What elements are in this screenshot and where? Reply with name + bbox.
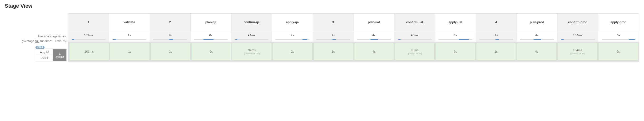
sparkline-apply-qa [275, 39, 309, 40]
sparkline-confirm-qa [235, 39, 268, 40]
stage-paused-note: (paused for 3s) [396, 52, 434, 55]
stage-header-confirm-qa[interactable]: confirm-qa [231, 14, 272, 31]
stage-result-confirm-qa[interactable]: 94ms(paused for 19s) [232, 43, 272, 60]
run-commit-badge[interactable]: 1 commit [53, 49, 66, 61]
stage-result-3[interactable]: 1s [314, 43, 353, 60]
stage-grid: 1validate2plan-qaconfirm-qaapply-qa3plan… [68, 13, 639, 62]
stage-view-container: Average stage times: (Average full run t… [5, 13, 639, 62]
stage-header-apply-prod[interactable]: apply-prod [598, 14, 639, 31]
stage-run-row: 103ms1s1s6s94ms(paused for 19s)2s1s4s95m… [68, 42, 639, 62]
run-number-badge[interactable]: #588 [36, 46, 44, 49]
stage-header-apply-uat[interactable]: apply-uat [435, 14, 476, 31]
stage-result-apply-uat[interactable]: 6s [436, 43, 475, 60]
sparkline-plan-prod [520, 39, 554, 40]
stage-result-confirm-uat[interactable]: 95ms(paused for 3s) [395, 43, 434, 60]
stage-result-1[interactable]: 103ms [69, 43, 109, 60]
stage-result-plan-uat[interactable]: 4s [354, 43, 394, 60]
sparkline-confirm-prod [561, 39, 594, 40]
stage-average-apply-uat: 6s [435, 31, 476, 42]
run-card[interactable]: #588 Aug 26 19:14 1 commit [36, 48, 67, 62]
stage-average-plan-qa: 6s [191, 31, 231, 42]
stage-average-plan-prod: 4s [517, 31, 557, 42]
full-label-underlined: full [35, 39, 39, 43]
stage-average-2: 1s [150, 31, 191, 42]
stage-average-confirm-qa: 94ms [231, 31, 272, 42]
stage-average-plan-uat: 4s [354, 31, 394, 42]
stage-average-validate: 1s [109, 31, 150, 42]
stage-paused-note: (paused for 3s) [559, 52, 596, 55]
full-label-suffix: run time: ~1min 7s) [39, 39, 67, 43]
sparkline-plan-uat [357, 39, 391, 40]
stage-header-2[interactable]: 2 [150, 14, 191, 31]
sparkline-confirm-uat [398, 39, 432, 40]
sparkline-validate [112, 39, 146, 40]
stage-header-plan-qa[interactable]: plan-qa [191, 14, 231, 31]
stage-header-validate[interactable]: validate [109, 14, 150, 31]
stage-header-plan-prod[interactable]: plan-prod [517, 14, 557, 31]
sparkline-plan-qa [194, 39, 228, 40]
stage-header-confirm-uat[interactable]: confirm-uat [394, 14, 435, 31]
run-date: Aug 26 [36, 50, 53, 55]
sparkline-3 [316, 39, 350, 40]
stage-header-3[interactable]: 3 [313, 14, 354, 31]
stage-average-4: 1s [476, 31, 517, 42]
sparkline-apply-prod [602, 39, 636, 40]
stage-result-confirm-prod[interactable]: 104ms(paused for 3s) [558, 43, 597, 60]
average-stage-times-label: Average stage times: [5, 34, 67, 39]
stage-average-apply-qa: 2s [272, 31, 313, 42]
stage-header-row: 1validate2plan-qaconfirm-qaapply-qa3plan… [68, 14, 639, 31]
stage-header-plan-uat[interactable]: plan-uat [354, 14, 394, 31]
run-time: 19:14 [39, 55, 50, 60]
stage-result-plan-qa[interactable]: 6s [191, 43, 231, 60]
left-column: Average stage times: (Average full run t… [5, 13, 67, 62]
run-datetime: Aug 26 19:14 [36, 49, 53, 61]
stage-average-confirm-uat: 95ms [394, 31, 435, 42]
stage-average-row: 103ms1s1s6s94ms2s1s4s95ms6s1s4s104ms6s [68, 31, 639, 42]
average-full-runtime-label: (Average full run time: ~1min 7s) [5, 39, 67, 43]
stage-result-plan-prod[interactable]: 4s [517, 43, 557, 60]
stage-header-confirm-prod[interactable]: confirm-prod [557, 14, 598, 31]
page-title: Stage View [5, 3, 639, 9]
stage-result-validate[interactable]: 1s [110, 43, 150, 60]
stage-average-apply-prod: 6s [598, 31, 639, 42]
stage-average-3: 1s [313, 31, 354, 42]
sparkline-1 [72, 39, 106, 40]
run-commit-label: commit [53, 55, 66, 58]
stage-result-4[interactable]: 1s [476, 43, 516, 60]
stage-average-1: 103ms [68, 31, 109, 42]
stage-header-4[interactable]: 4 [476, 14, 517, 31]
stage-result-2[interactable]: 1s [151, 43, 190, 60]
stage-result-apply-prod[interactable]: 6s [598, 43, 638, 60]
stage-paused-note: (paused for 19s) [233, 52, 270, 55]
sparkline-4 [479, 39, 513, 40]
stage-header-apply-qa[interactable]: apply-qa [272, 14, 313, 31]
stage-result-apply-qa[interactable]: 2s [273, 43, 312, 60]
full-label-prefix: (Average [22, 39, 35, 43]
sparkline-2 [153, 39, 187, 40]
stage-average-confirm-prod: 104ms [557, 31, 598, 42]
sparkline-apply-uat [438, 39, 472, 40]
stage-header-1[interactable]: 1 [68, 14, 109, 31]
run-commit-count: 1 [53, 52, 66, 55]
